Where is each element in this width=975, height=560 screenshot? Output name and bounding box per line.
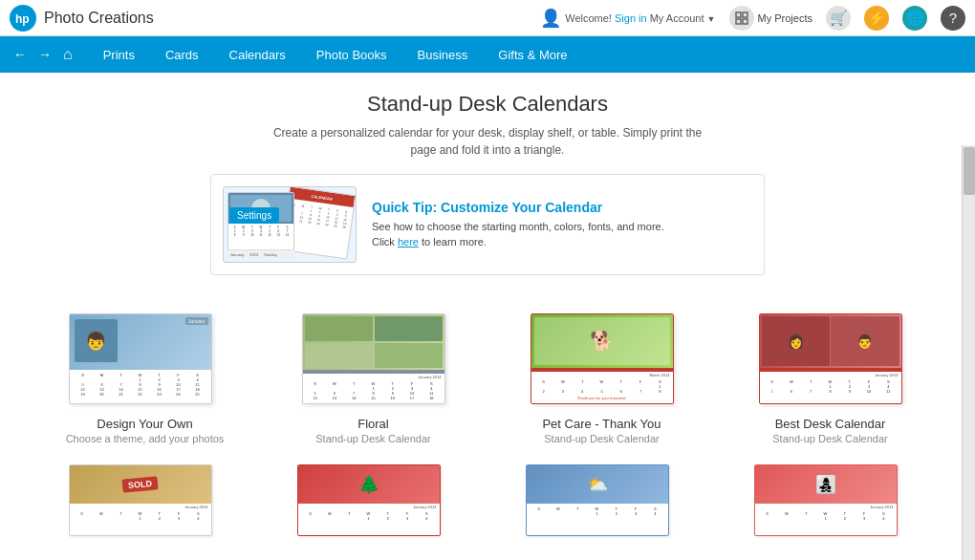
tip-heading: Quick Tip: Customize Your Calendar xyxy=(372,200,752,215)
product-thumb-b1: SOLD January 2014 SMTWTFS 1234 xyxy=(38,463,251,540)
home-btn[interactable]: ⌂ xyxy=(63,46,73,63)
user-icon: 👤 xyxy=(540,8,561,29)
product-best-desk[interactable]: 👩 👨 January 2014 SMTWTFS 1234 xyxy=(724,294,937,444)
main-content: Stand-up Desk Calendars Create a persona… xyxy=(0,73,975,560)
product-thumb-1: 👦 January SMTWTFS 1234 567891011 1213141… xyxy=(38,294,251,409)
product-name-2: Floral xyxy=(267,417,480,431)
page-subtitle: Create a personalized calendar for your … xyxy=(249,124,726,159)
product-name-3: Pet Care - Thank You xyxy=(495,417,708,431)
product-thumb-3: 🐕 March 2014 SMTWTFS 1 2345678 Thank you… xyxy=(495,294,708,409)
nav-item-gifts[interactable]: Gifts & More xyxy=(483,36,582,73)
product-grid: 👦 January SMTWTFS 1234 567891011 1213141… xyxy=(38,294,937,444)
product-sub-2: Stand-up Desk Calendar xyxy=(267,433,480,444)
top-bar: hp Photo Creations 👤 Welcome! Sign in My… xyxy=(0,0,975,36)
nav-item-cards[interactable]: Cards xyxy=(150,36,214,73)
quick-tip-box: CALENDAR SMTWTFS 12345 6789101112 131415… xyxy=(210,174,765,275)
product-bottom-3[interactable]: ⛅ SMTWTFS 1234 xyxy=(495,463,708,548)
product-pet-care[interactable]: 🐕 March 2014 SMTWTFS 1 2345678 Thank you… xyxy=(495,294,708,444)
product-thumb-b2: 🌲 January 2014 SMTWTFS 1234 xyxy=(267,463,480,540)
top-right-icons: 👤 Welcome! Sign in My Account ▼ My Proje… xyxy=(540,6,965,31)
product-sub-1: Choose a theme, add your photos xyxy=(38,433,251,444)
cart-icon: 🛒 xyxy=(826,6,851,31)
tip-learn-more-link[interactable]: here xyxy=(398,236,419,248)
product-thumb-b3: ⛅ SMTWTFS 1234 xyxy=(495,463,708,540)
product-bottom-4[interactable]: 👩‍👧‍👦 January 2014 SMTWTFS 1234 xyxy=(724,463,937,548)
projects-icon xyxy=(729,6,754,31)
brand-name: Photo Creations xyxy=(44,10,154,27)
tip-text: Quick Tip: Customize Your Calendar See h… xyxy=(372,200,752,250)
tip-image: CALENDAR SMTWTFS 12345 6789101112 131415… xyxy=(223,186,357,263)
back-arrow[interactable]: ← xyxy=(10,45,31,64)
product-floral[interactable]: January 2014 SMTWTFS 1234 567891011 1213… xyxy=(267,294,480,444)
globe-icon: 🌐 xyxy=(902,6,927,31)
flash-icon: ⚡ xyxy=(864,6,889,31)
scrollbar[interactable] xyxy=(962,145,975,560)
settings-overlay: Settings xyxy=(229,207,279,224)
nav-item-prints[interactable]: Prints xyxy=(88,36,150,73)
product-thumb-b4: 👩‍👧‍👦 January 2014 SMTWTFS 1234 xyxy=(724,463,937,540)
nav-arrows: ← → xyxy=(10,45,55,64)
product-sub-3: Stand-up Desk Calendar xyxy=(495,433,708,444)
product-sub-4: Stand-up Desk Calendar xyxy=(724,433,937,444)
svg-rect-1 xyxy=(736,12,741,17)
my-projects-btn[interactable]: My Projects xyxy=(729,6,812,31)
product-name-4: Best Desk Calendar xyxy=(724,417,937,431)
nav-item-photo-books[interactable]: Photo Books xyxy=(301,36,402,73)
nav-item-business[interactable]: Business xyxy=(402,36,484,73)
svg-rect-4 xyxy=(743,19,748,24)
product-grid-row2: SOLD January 2014 SMTWTFS 1234 xyxy=(38,463,937,548)
account-dropdown-arrow[interactable]: ▼ xyxy=(707,14,716,24)
product-bottom-2[interactable]: 🌲 January 2014 SMTWTFS 1234 xyxy=(267,463,480,548)
svg-rect-2 xyxy=(743,12,748,17)
hp-logo: hp xyxy=(10,5,36,32)
cart-btn[interactable]: 🛒 xyxy=(826,6,851,31)
svg-rect-3 xyxy=(736,19,741,24)
product-bottom-1[interactable]: SOLD January 2014 SMTWTFS 1234 xyxy=(38,463,251,548)
help-btn[interactable]: ? xyxy=(941,6,965,31)
page-title: Stand-up Desk Calendars xyxy=(38,92,937,117)
nav-bar: ← → ⌂ Prints Cards Calendars Photo Books… xyxy=(0,36,975,73)
svg-text:hp: hp xyxy=(15,12,30,26)
scroll-thumb[interactable] xyxy=(964,147,975,195)
help-icon: ? xyxy=(941,6,965,31)
logo-area: hp Photo Creations xyxy=(10,5,154,32)
globe-btn[interactable]: 🌐 xyxy=(902,6,927,31)
account-area[interactable]: 👤 Welcome! Sign in My Account ▼ xyxy=(540,8,715,29)
product-thumb-4: 👩 👨 January 2014 SMTWTFS 1234 xyxy=(724,294,937,409)
forward-arrow[interactable]: → xyxy=(34,45,55,64)
welcome-text: Welcome! xyxy=(565,12,612,24)
my-projects-label: My Projects xyxy=(758,12,812,24)
flash-btn[interactable]: ⚡ xyxy=(864,6,889,31)
product-thumb-2: January 2014 SMTWTFS 1234 567891011 1213… xyxy=(267,294,480,409)
nav-item-calendars[interactable]: Calendars xyxy=(214,36,301,73)
my-account-label: My Account xyxy=(650,12,704,24)
product-name-1: Design Your Own xyxy=(38,417,251,431)
tip-description: See how to choose the starting month, co… xyxy=(372,219,752,250)
sign-in-link[interactable]: Sign in xyxy=(615,12,647,24)
product-design-your-own[interactable]: 👦 January SMTWTFS 1234 567891011 1213141… xyxy=(38,294,251,444)
